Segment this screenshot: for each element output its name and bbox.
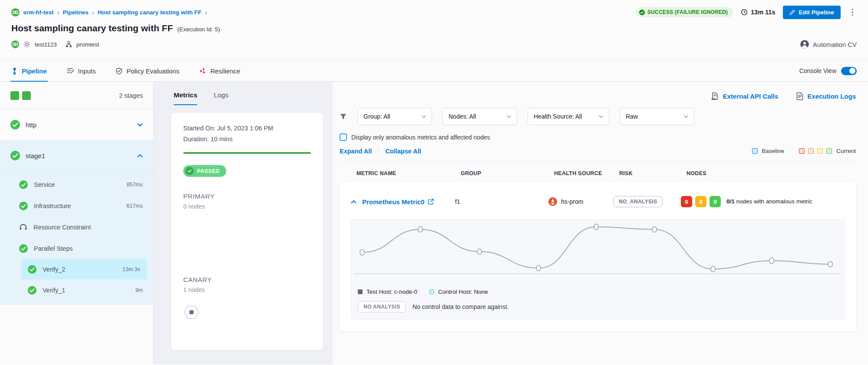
content: 2 stages http stage1 bbox=[0, 82, 868, 365]
group-filter-select[interactable]: Group: All bbox=[357, 108, 432, 125]
breadcrumb-separator: › bbox=[205, 9, 207, 16]
shield-check-icon bbox=[116, 67, 122, 75]
chaos-pinwheel-icon bbox=[199, 67, 206, 74]
step-verify-2[interactable]: Verify_2 13m 3s bbox=[21, 259, 147, 279]
baseline-swatch bbox=[752, 148, 758, 154]
service-name[interactable]: test1123 bbox=[35, 41, 57, 48]
summary-card: Started On: Jul 5, 2023 1:06 PM Duration… bbox=[171, 113, 323, 350]
analysis-note-row: NO ANALYSIS No control data to compare a… bbox=[351, 295, 844, 312]
current-label: Current bbox=[836, 148, 856, 154]
metric-group: f1 bbox=[455, 198, 548, 205]
prometheus-icon bbox=[548, 197, 557, 206]
verification-duration: Duration: 10 mins bbox=[183, 136, 311, 143]
anomalous-checkbox[interactable] bbox=[340, 133, 347, 141]
expand-collapse-row: Expand All Collapse All Baseline Current bbox=[340, 147, 856, 162]
harness-logo-icon bbox=[11, 8, 20, 17]
gear-icon bbox=[23, 41, 30, 48]
breadcrumb-item-pipelines[interactable]: Pipelines bbox=[63, 9, 89, 16]
baseline-label: Baseline bbox=[762, 148, 784, 154]
tab-policy-evaluations[interactable]: Policy Evaluations bbox=[116, 60, 179, 81]
execution-logs-link[interactable]: Execution Logs bbox=[796, 92, 856, 100]
meta-row: test1123 promtest Automation CV bbox=[11, 40, 857, 49]
step-service[interactable]: Service 857ms bbox=[0, 174, 153, 195]
chevron-down-icon bbox=[422, 115, 426, 118]
no-analysis-badge: NO ANALYSIS bbox=[358, 301, 406, 312]
expand-all-link[interactable]: Expand All bbox=[340, 148, 372, 155]
collapse-all-link[interactable]: Collapse All bbox=[385, 148, 421, 155]
step-resource-constraint[interactable]: Resource Constraint bbox=[0, 216, 153, 238]
edit-pipeline-button[interactable]: Edit Pipeline bbox=[783, 6, 840, 19]
nodes-filter-select[interactable]: Nodes: All bbox=[442, 108, 517, 125]
chevron-up-icon bbox=[137, 154, 143, 158]
collapse-chevron-icon[interactable] bbox=[351, 200, 362, 204]
test-host-legend: Test Host: c-node-0 bbox=[358, 289, 417, 295]
metrics-table-header: METRIC NAME GROUP HEALTH SOURCE RISK NOD… bbox=[340, 170, 856, 176]
console-view-label: Console View bbox=[799, 67, 836, 74]
breadcrumb-separator: › bbox=[57, 9, 59, 16]
anomalous-nodes-text: 0/1 nodes with anomalous metric bbox=[726, 198, 812, 206]
success-check-icon bbox=[19, 244, 28, 253]
risk-badge: NO_ANALYSIS bbox=[614, 196, 663, 207]
canary-nodes-count: 1 nodes bbox=[183, 286, 311, 293]
started-on: Started On: Jul 5, 2023 1:06 PM bbox=[183, 125, 311, 132]
analysis-top-links: API External API Calls Execution Logs bbox=[340, 88, 856, 104]
metric-nodes-cell: 0 0 0 0/1 nodes with anomalous metric bbox=[681, 196, 845, 207]
chevron-down-icon bbox=[137, 123, 143, 127]
chart-legend: Test Host: c-node-0 Control Host: None bbox=[351, 285, 844, 295]
verification-progress-bar bbox=[183, 152, 311, 154]
success-check-icon bbox=[19, 180, 28, 189]
metric-chart-container: Test Host: c-node-0 Control Host: None N… bbox=[351, 219, 845, 320]
tab-resilience[interactable]: Resilience bbox=[199, 60, 240, 81]
step-verify-1[interactable]: Verify_1 9m bbox=[0, 279, 153, 301]
infrastructure-icon bbox=[66, 41, 72, 48]
user-name: Automation CV bbox=[813, 41, 857, 48]
breadcrumb: srm-hf-test › Pipelines › Host sampling … bbox=[11, 8, 207, 17]
clock-icon bbox=[741, 9, 748, 16]
stage-group-stage1[interactable]: stage1 bbox=[0, 140, 153, 171]
metric-name-link[interactable]: Prometheus Metric0 bbox=[362, 198, 455, 206]
metrics-analysis-panel: API External API Calls Execution Logs Gr… bbox=[333, 82, 868, 365]
success-check-icon bbox=[28, 265, 36, 274]
external-api-calls-link[interactable]: API External API Calls bbox=[711, 92, 778, 100]
step-details: Metrics Logs Started On: Jul 5, 2023 1:0… bbox=[154, 82, 868, 365]
canary-node-hexagon[interactable] bbox=[183, 305, 311, 320]
more-options-icon[interactable] bbox=[848, 7, 857, 18]
breadcrumb-item-project[interactable]: srm-hf-test bbox=[23, 9, 54, 16]
success-check-icon bbox=[10, 120, 20, 129]
anomalous-checkbox-label: Display only anomalous metrics and affec… bbox=[351, 134, 490, 141]
metric-health-source: hs-prom bbox=[548, 197, 614, 206]
elapsed-time: 13m 11s bbox=[741, 9, 775, 16]
tab-inputs[interactable]: Inputs bbox=[67, 60, 96, 81]
step-duration: 857ms bbox=[126, 182, 143, 188]
document-icon bbox=[796, 92, 803, 100]
col-metric-name: METRIC NAME bbox=[356, 170, 461, 176]
tab-logs[interactable]: Logs bbox=[214, 91, 228, 105]
verification-summary-panel: Metrics Logs Started On: Jul 5, 2023 1:0… bbox=[154, 82, 333, 365]
breadcrumb-separator: › bbox=[92, 9, 94, 16]
stage-count: 2 stages bbox=[119, 92, 143, 99]
step-infrastructure[interactable]: Infrastructure 617ms bbox=[0, 195, 153, 216]
amber-node-count: 0 bbox=[695, 196, 706, 207]
step-duration: 13m 3s bbox=[122, 266, 140, 272]
infrastructure-name[interactable]: promtest bbox=[76, 41, 99, 48]
anomalous-filter: Display only anomalous metrics and affec… bbox=[340, 133, 856, 141]
console-view-toggle[interactable] bbox=[841, 67, 857, 75]
success-check-icon bbox=[28, 286, 36, 295]
health-source-filter-select[interactable]: Health Source: All bbox=[528, 108, 609, 125]
page-title: Host sampling canary testing with FF bbox=[11, 23, 173, 33]
tab-pipeline[interactable]: Pipeline bbox=[11, 60, 47, 81]
pipeline-execution-page: srm-hf-test › Pipelines › Host sampling … bbox=[0, 0, 868, 365]
step-parallel-steps[interactable]: Parallel Steps bbox=[0, 238, 153, 259]
breadcrumb-item-pipeline[interactable]: Host sampling canary testing with FF bbox=[98, 9, 201, 16]
external-link-icon bbox=[428, 199, 434, 205]
title-row: Host sampling canary testing with FF (Ex… bbox=[11, 23, 857, 33]
tab-metrics[interactable]: Metrics bbox=[174, 91, 197, 105]
metric-row-card: Prometheus Metric0 f1 hs-prom NO_ANALYSI… bbox=[340, 182, 856, 331]
data-mode-select[interactable]: Raw bbox=[620, 108, 694, 125]
metric-line-chart[interactable] bbox=[351, 220, 844, 285]
current-green-swatch bbox=[826, 148, 832, 154]
current-red-swatch bbox=[799, 148, 805, 154]
stage-group-http[interactable]: http bbox=[0, 110, 153, 140]
step-duration: 617ms bbox=[126, 203, 143, 209]
baseline-current-legend: Baseline Current bbox=[752, 148, 856, 154]
